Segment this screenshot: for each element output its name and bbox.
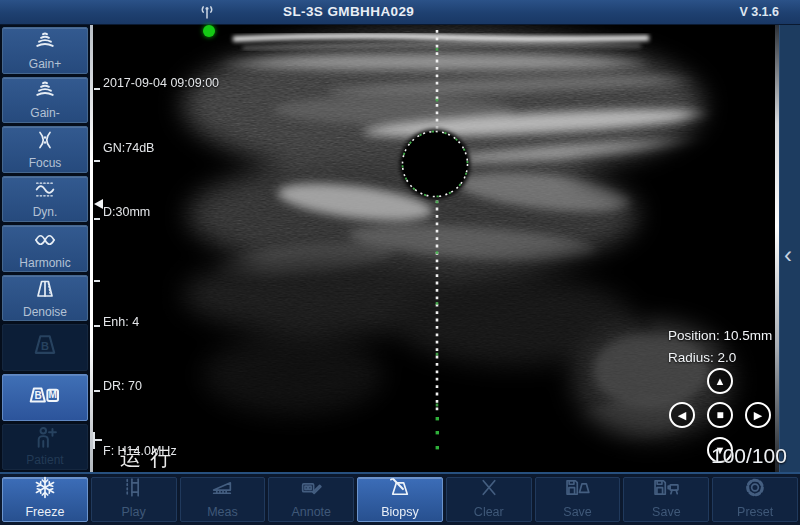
ruler-tick <box>94 280 100 282</box>
side-panel-handle[interactable]: ‹ <box>779 25 800 472</box>
chevron-left-icon: ‹ <box>784 243 792 267</box>
save-image-icon <box>561 475 595 504</box>
svg-text:B: B <box>41 339 49 351</box>
ultrasound-image-area: 2017-09-04 09:09:00 GN:74dB D:30mm Enh: … <box>93 25 775 472</box>
acquisition-parameters: 2017-09-04 09:09:00 GN:74dB D:30mm Enh: … <box>103 30 219 505</box>
stop-square-icon: ■ <box>716 409 723 421</box>
toolbar-button-label: Clear <box>474 505 504 519</box>
ruler-tick <box>94 390 100 392</box>
sidebar-button-label: Denoise <box>23 306 67 319</box>
sidebar-button-bm-mode[interactable]: B M <box>2 374 88 421</box>
arrow-right-icon: ▶ <box>754 410 762 421</box>
timestamp-text: 2017-09-04 09:09:00 <box>103 73 219 95</box>
sidebar-button-label: Patient <box>26 454 63 467</box>
biopsy-readout: Position: 10.5mm Radius: 2.0 <box>668 325 772 369</box>
svg-text:B: B <box>35 390 42 401</box>
clear-button[interactable]: Clear <box>446 477 532 522</box>
save-video-icon <box>649 475 683 504</box>
frame-counter-text: 100/100 <box>711 444 787 468</box>
firmware-version: V 3.1.6 <box>739 5 779 19</box>
toolbar-button-label: Annote <box>291 505 331 519</box>
sidebar-button-focus[interactable]: Focus <box>2 126 88 173</box>
preset-button[interactable]: Preset <box>712 477 798 522</box>
biopsy-radius-text: Radius: 2.0 <box>668 347 772 369</box>
focus-position-marker <box>94 199 103 209</box>
sidebar-button-gain-plus[interactable]: Gain+ <box>2 27 88 74</box>
toolbar-button-label: Meas <box>207 505 238 519</box>
sidebar-button-label: Gain+ <box>29 58 61 71</box>
ruler-tick <box>94 88 100 90</box>
run-status-text: 运行 <box>120 444 180 472</box>
ruler-tick <box>94 160 100 162</box>
toolbar-button-label: Freeze <box>25 505 64 519</box>
dpad-center-button[interactable]: ■ <box>707 402 733 428</box>
dpad-right-button[interactable]: ▶ <box>745 402 771 428</box>
save-image-button[interactable]: Save <box>535 477 621 522</box>
dpad-up-button[interactable]: ▲ <box>707 368 733 394</box>
toolbar-button-label: Save <box>563 505 592 519</box>
biopsy-position-text: Position: 10.5mm <box>668 325 772 347</box>
sidebar-button-patient[interactable]: Patient <box>2 424 88 471</box>
b-mode-icon: B <box>29 332 61 363</box>
toolbar-button-label: Biopsy <box>381 505 419 519</box>
depth-text: D:30mm <box>103 202 219 224</box>
arrow-left-icon: ◀ <box>678 410 686 421</box>
ultrasound-app: SL-3S GMBHHA029 V 3.1.6 Gain+ Gain- <box>0 0 800 525</box>
save-video-button[interactable]: Save <box>623 477 709 522</box>
dpad-left-button[interactable]: ◀ <box>669 402 695 428</box>
sidebar-button-label: Harmonic <box>19 257 70 270</box>
patient-icon <box>31 426 59 453</box>
toolbar-button-label: Preset <box>737 505 773 519</box>
sidebar-button-dyn[interactable]: Dyn. <box>2 176 88 223</box>
sidebar-button-label: Focus <box>29 157 62 170</box>
biopsy-icon <box>387 475 413 504</box>
clear-x-icon <box>476 475 502 504</box>
bm-mode-icon: B M <box>27 382 63 412</box>
sidebar-button-denoise[interactable]: Denoise <box>2 275 88 322</box>
sidebar-button-harmonic[interactable]: Harmonic <box>2 225 88 272</box>
sidebar-button-label: Gain- <box>30 107 59 120</box>
ruler-tick <box>94 325 100 327</box>
device-title: SL-3S GMBHHA029 <box>283 4 414 19</box>
gain-text: GN:74dB <box>103 138 219 160</box>
denoise-icon <box>31 277 59 305</box>
freeze-icon <box>32 475 58 504</box>
antenna-icon <box>197 5 217 20</box>
sidebar-button-label: Dyn. <box>33 206 58 219</box>
ruler-tick <box>94 218 100 220</box>
ruler-end-marker <box>93 439 102 441</box>
biopsy-button[interactable]: Biopsy <box>357 477 443 522</box>
toolbar-button-label: Save <box>652 505 681 519</box>
focus-icon <box>31 128 59 156</box>
active-status-dot <box>203 25 215 37</box>
freeze-button[interactable]: Freeze <box>2 477 88 522</box>
svg-text:M: M <box>49 389 57 400</box>
arrow-up-icon: ▲ <box>715 376 726 387</box>
annotate-button[interactable]: Annote <box>268 477 354 522</box>
sidebar-button-b-mode[interactable]: B <box>2 324 88 371</box>
preset-gear-icon <box>742 475 768 504</box>
enhance-text: Enh: 4 <box>103 312 219 334</box>
sidebar: Gain+ Gain- Focus <box>0 25 90 472</box>
gain-decrease-icon <box>30 79 60 106</box>
sidebar-button-gain-minus[interactable]: Gain- <box>2 77 88 124</box>
titlebar: SL-3S GMBHHA029 V 3.1.6 <box>0 0 800 25</box>
annotate-icon <box>297 475 325 504</box>
gain-increase-icon <box>30 30 60 57</box>
harmonic-icon <box>29 228 61 256</box>
dynamic-range-text: DR: 70 <box>103 376 219 398</box>
dynamic-range-icon <box>30 178 60 205</box>
toolbar-button-label: Play <box>122 505 146 519</box>
